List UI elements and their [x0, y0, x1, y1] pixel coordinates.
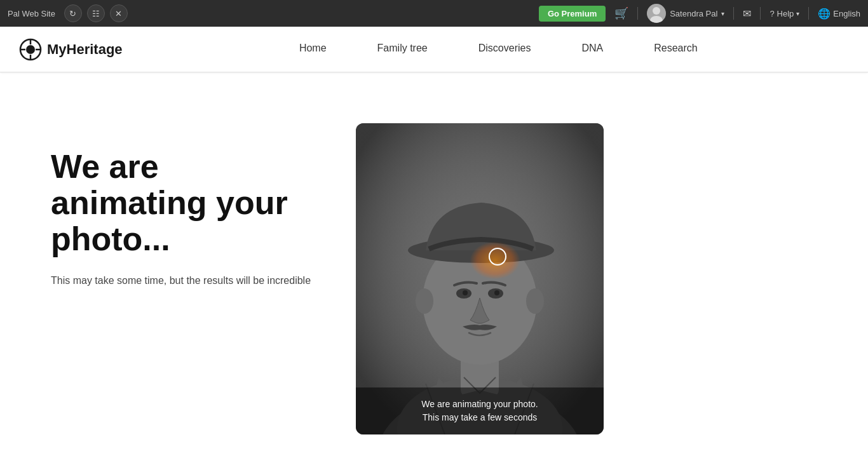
svg-point-1 — [653, 7, 660, 15]
grid-icon: ☷ — [92, 9, 100, 18]
refresh-button[interactable]: ↻ — [64, 4, 82, 22]
logo-text: MyHeritage — [47, 41, 123, 58]
globe-icon: 🌐 — [818, 8, 831, 20]
top-bar-right: Go Premium 🛒 Satendra Pal ▾ ✉ ? Help ▾ 🌐 — [539, 4, 860, 23]
refresh-icon: ↻ — [69, 9, 76, 18]
lang-section[interactable]: 🌐 English — [818, 8, 860, 20]
svg-point-19 — [494, 290, 499, 295]
lang-label: English — [833, 9, 860, 18]
nav-link-family-tree[interactable]: Family tree — [352, 27, 453, 72]
page-headline: We are animating your photo... — [51, 149, 318, 258]
svg-point-18 — [463, 290, 468, 295]
mail-icon[interactable]: ✉ — [743, 8, 751, 20]
main-content: We are animating your photo... This may … — [0, 72, 868, 451]
nav-links: Home Family tree Discoveries DNA Researc… — [148, 27, 849, 72]
cart-icon[interactable]: 🛒 — [614, 6, 628, 20]
photo-overlay-text: We are animating your photo. This may ta… — [369, 398, 591, 424]
divider4 — [808, 7, 809, 20]
divider3 — [760, 7, 761, 20]
help-label: Help — [777, 9, 794, 18]
nav-link-dna[interactable]: DNA — [556, 27, 628, 72]
svg-point-20 — [416, 288, 433, 314]
nav-bar: MyHeritage Home Family tree Discoveries … — [0, 27, 868, 72]
page-subtitle: This may take some time, but the results… — [51, 273, 318, 288]
avatar — [647, 4, 666, 23]
overlay-line2: This may take a few seconds — [423, 412, 538, 422]
nav-link-research[interactable]: Research — [628, 27, 722, 72]
photo-overlay: We are animating your photo. This may ta… — [356, 387, 604, 434]
portrait-container: We are animating your photo. This may ta… — [356, 123, 604, 434]
grid-button[interactable]: ☷ — [87, 4, 105, 22]
left-section: We are animating your photo... This may … — [51, 123, 318, 288]
nav-link-home[interactable]: Home — [274, 27, 352, 72]
close-button[interactable]: ✕ — [110, 4, 128, 22]
divider — [637, 7, 638, 20]
divider2 — [733, 7, 734, 20]
go-premium-button[interactable]: Go Premium — [539, 6, 606, 22]
svg-point-4 — [26, 45, 35, 54]
help-chevron-icon: ▾ — [796, 10, 799, 17]
user-chevron-icon: ▾ — [721, 10, 724, 17]
top-bar: Pal Web Site ↻ ☷ ✕ Go Premium 🛒 Satendra… — [0, 0, 868, 27]
close-icon: ✕ — [115, 9, 122, 18]
top-bar-left: Pal Web Site ↻ ☷ ✕ — [8, 4, 535, 22]
photo-section: We are animating your photo. This may ta… — [356, 123, 604, 434]
nav-link-discoveries[interactable]: Discoveries — [453, 27, 557, 72]
logo[interactable]: MyHeritage — [19, 38, 123, 61]
user-section[interactable]: Satendra Pal ▾ — [647, 4, 724, 23]
site-name: Pal Web Site — [8, 9, 55, 18]
user-name: Satendra Pal — [670, 9, 717, 18]
help-question-icon: ? — [770, 9, 774, 18]
svg-point-21 — [526, 288, 544, 314]
help-section[interactable]: ? Help ▾ — [770, 9, 799, 18]
overlay-line1: We are animating your photo. — [421, 399, 538, 409]
